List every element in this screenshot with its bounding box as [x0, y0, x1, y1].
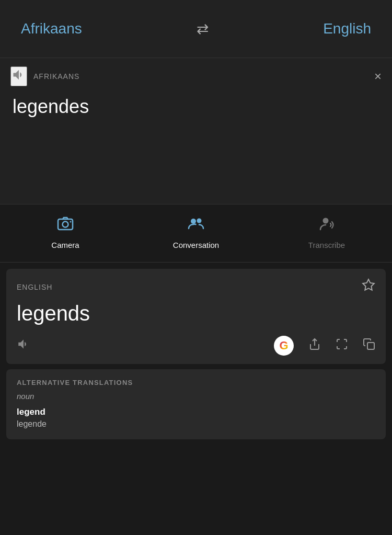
source-language-button[interactable]: Afrikaans: [10, 15, 93, 42]
transcribe-icon: [317, 214, 336, 236]
source-lang-row: AFRIKAANS: [10, 66, 79, 86]
camera-label: Camera: [51, 241, 79, 249]
source-input-section: AFRIKAANS × legendes: [0, 58, 392, 204]
google-g-icon: G: [279, 339, 288, 352]
alt-word-primary: legend: [17, 406, 375, 418]
result-text: legends: [17, 302, 375, 325]
alt-word-secondary: legende: [17, 418, 375, 430]
svg-point-1: [63, 222, 68, 227]
conversation-label: Conversation: [173, 241, 219, 249]
tools-bar: Camera Conversation: [0, 204, 392, 263]
share-button[interactable]: [308, 338, 321, 354]
translation-header: ENGLISH: [17, 278, 375, 295]
clear-source-button[interactable]: ×: [374, 69, 382, 84]
camera-tool-button[interactable]: Camera: [0, 210, 131, 254]
swap-languages-button[interactable]: ⇄: [197, 20, 209, 38]
result-actions-right: G: [274, 336, 375, 356]
result-actions: G: [17, 336, 375, 356]
source-speaker-button[interactable]: [10, 66, 27, 86]
svg-rect-8: [367, 343, 374, 349]
result-lang-label: ENGLISH: [17, 283, 52, 291]
conversation-tool-button[interactable]: Conversation: [131, 210, 261, 254]
transcribe-label: Transcribe: [308, 241, 345, 249]
translation-result-section: ENGLISH legends G: [6, 269, 386, 364]
source-text[interactable]: legendes: [10, 95, 382, 119]
alt-translations-label: ALTERNATIVE TRANSLATIONS: [17, 379, 375, 386]
favorite-button[interactable]: [362, 278, 375, 295]
svg-point-3: [191, 219, 196, 224]
source-header: AFRIKAANS ×: [10, 66, 382, 86]
alternative-translations-section: ALTERNATIVE TRANSLATIONS noun legend leg…: [6, 369, 386, 439]
fullscreen-button[interactable]: [336, 338, 348, 354]
result-speaker-button[interactable]: [17, 337, 30, 354]
source-lang-label: AFRIKAANS: [33, 72, 79, 81]
svg-point-4: [197, 219, 202, 223]
target-language-button[interactable]: English: [313, 15, 382, 42]
google-search-button[interactable]: G: [274, 336, 294, 356]
svg-marker-6: [363, 279, 374, 290]
svg-point-2: [70, 221, 72, 223]
copy-button[interactable]: [363, 338, 375, 354]
transcribe-tool-button[interactable]: Transcribe: [261, 210, 392, 254]
part-of-speech-label: noun: [17, 392, 375, 401]
language-bar: Afrikaans ⇄ English: [0, 0, 392, 58]
svg-point-5: [323, 218, 329, 224]
svg-rect-0: [58, 219, 73, 230]
conversation-icon: [187, 214, 205, 236]
camera-icon: [56, 214, 75, 236]
